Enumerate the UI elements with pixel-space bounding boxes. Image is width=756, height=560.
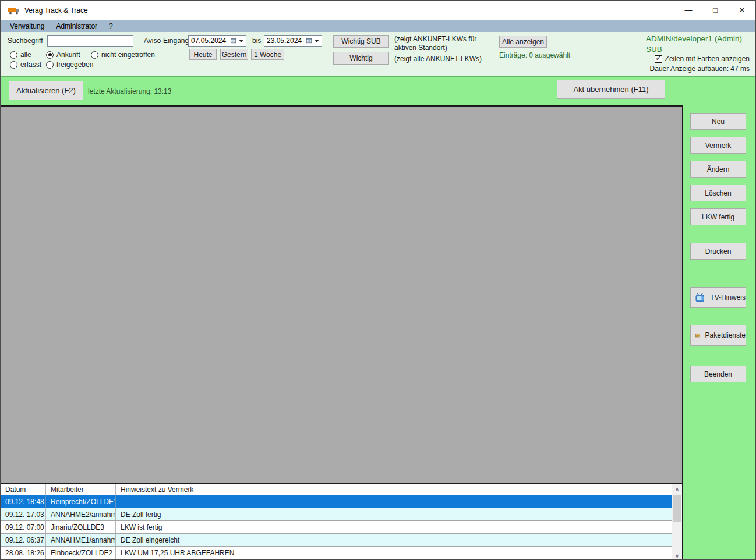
scroll-up-icon[interactable]: ∧ bbox=[672, 484, 682, 494]
cell-hinweis: DE Zoll eingereicht bbox=[116, 534, 672, 546]
date-to-input[interactable] bbox=[267, 37, 305, 45]
heute-button[interactable]: Heute bbox=[189, 49, 217, 60]
truck-icon bbox=[8, 6, 20, 15]
menu-help[interactable]: ? bbox=[103, 21, 119, 31]
table-row[interactable]: 09.12. 17:03 ANNAHME2/annahme2 DE Zoll f… bbox=[1, 508, 672, 521]
aviso-label: Aviso-Eingang bbox=[144, 37, 189, 45]
woche-button[interactable]: 1 Woche bbox=[251, 49, 284, 60]
radio-ankunft-label: Ankunft bbox=[56, 51, 80, 59]
col-header-mitarbeiter[interactable]: Mitarbeiter bbox=[46, 484, 116, 495]
calendar-icon bbox=[306, 37, 312, 44]
scroll-down-icon[interactable]: ∨ bbox=[672, 551, 682, 560]
neu-button[interactable]: Neu bbox=[690, 113, 746, 130]
radio-ankunft[interactable]: Ankunft bbox=[46, 51, 80, 59]
cell-datum: 09.12. 07:00 bbox=[1, 521, 46, 533]
content-area: Datum Mitarbeiter Hinweistext zu Vermerk… bbox=[1, 105, 755, 560]
aktualisieren-button[interactable]: Aktualisieren (F2) bbox=[9, 81, 83, 100]
drucken-button[interactable]: Drucken bbox=[690, 243, 746, 260]
radio-freigegeben-label: freigegeben bbox=[56, 61, 93, 69]
package-icon bbox=[695, 331, 701, 340]
filter-panel: Suchbegriff alle Ankunft nicht eingetrof… bbox=[1, 32, 755, 76]
wichtig-sub-button[interactable]: Wichtig SUB bbox=[333, 35, 389, 48]
table-row[interactable]: 09.12. 18:48 Reinprecht/ZOLLDE1 bbox=[1, 495, 672, 508]
radio-nicht-eingetroffen[interactable]: nicht eingetroffen bbox=[91, 51, 155, 59]
minimize-icon[interactable]: — bbox=[675, 1, 702, 20]
radio-erfasst[interactable]: erfasst bbox=[10, 61, 41, 69]
menu-bar: Verwaltung Administrator ? bbox=[1, 20, 755, 32]
date-from-input[interactable] bbox=[191, 37, 229, 45]
radio-ankunft-circle[interactable] bbox=[46, 51, 54, 59]
radio-erfasst-circle[interactable] bbox=[10, 61, 17, 69]
col-header-datum[interactable]: Datum bbox=[1, 484, 46, 495]
table-row[interactable]: 28.08. 18:26 Einboeck/ZOLLDE2 LKW UM 17,… bbox=[1, 547, 672, 559]
gestern-button[interactable]: Gestern bbox=[220, 49, 248, 60]
cell-hinweis: LKW UM 17,25 UHR ABGEFAHREN bbox=[116, 547, 672, 559]
sidebar: Neu Vermerk Ändern Löschen LKW fertig Dr… bbox=[683, 105, 755, 560]
farben-checkbox-row[interactable]: Zeilen mit Farben anzeigen bbox=[655, 55, 750, 63]
aendern-button[interactable]: Ändern bbox=[690, 161, 746, 178]
table-scrollbar[interactable]: ∧ ∨ bbox=[672, 484, 682, 560]
main-column: Datum Mitarbeiter Hinweistext zu Vermerk… bbox=[1, 105, 683, 560]
paketdienste-button[interactable]: Paketdienste bbox=[690, 325, 746, 346]
date-from-field[interactable] bbox=[188, 35, 246, 47]
radio-alle-circle[interactable] bbox=[10, 51, 17, 59]
table-row[interactable]: 09.12. 07:00 Jinariu/ZOLLDE3 LKW ist fer… bbox=[1, 521, 672, 534]
last-refresh-status: letzte Aktualisierung: 13:13 bbox=[88, 87, 171, 95]
eintraege-status: Einträge: 0 ausgewählt bbox=[499, 51, 570, 59]
action-bar: Aktualisieren (F2) letzte Aktualisierung… bbox=[1, 76, 755, 105]
cell-hinweis bbox=[116, 495, 672, 508]
table-row[interactable]: 09.12. 06:37 ANNAHME1/annahme1 DE Zoll e… bbox=[1, 534, 672, 547]
menu-administrator[interactable]: Administrator bbox=[50, 21, 103, 31]
menu-verwaltung[interactable]: Verwaltung bbox=[4, 21, 50, 31]
date-from-dropdown-icon[interactable] bbox=[239, 40, 243, 42]
cell-mitarbeiter: Einboeck/ZOLLDE2 bbox=[46, 547, 116, 559]
farben-checkbox-label: Zeilen mit Farben anzeigen bbox=[665, 55, 750, 63]
cell-datum: 09.12. 06:37 bbox=[1, 534, 46, 546]
cell-mitarbeiter: ANNAHME1/annahme1 bbox=[46, 534, 116, 546]
close-icon[interactable]: ✕ bbox=[729, 1, 755, 20]
vermerk-button[interactable]: Vermerk bbox=[690, 137, 746, 154]
beenden-button[interactable]: Beenden bbox=[690, 366, 746, 382]
col-header-hinweistext[interactable]: Hinweistext zu Vermerk bbox=[116, 484, 672, 495]
truck-list-area bbox=[1, 107, 682, 484]
cell-datum: 09.12. 18:48 bbox=[1, 495, 46, 508]
tv-hinweis-label: TV-Hinweis bbox=[710, 293, 746, 302]
tv-icon bbox=[695, 293, 705, 302]
loeschen-button[interactable]: Löschen bbox=[690, 185, 746, 201]
bis-label: bis bbox=[252, 37, 261, 45]
window-controls: — □ ✕ bbox=[675, 1, 755, 20]
radio-nicht-eingetroffen-circle[interactable] bbox=[91, 51, 98, 59]
vermerk-table: Datum Mitarbeiter Hinweistext zu Vermerk… bbox=[1, 484, 682, 560]
akt-uebernehmen-button[interactable]: Akt übernehmen (F11) bbox=[557, 80, 665, 99]
cell-hinweis: LKW ist fertig bbox=[116, 521, 672, 533]
radio-alle-label: alle bbox=[20, 51, 31, 59]
farben-checkbox[interactable] bbox=[655, 55, 662, 63]
radio-erfasst-label: erfasst bbox=[20, 61, 41, 69]
app-window: Verag Track & Trace — □ ✕ Verwaltung Adm… bbox=[0, 0, 756, 560]
alle-anzeigen-button[interactable]: Alle anzeigen bbox=[499, 36, 547, 48]
paketdienste-label: Paketdienste bbox=[705, 331, 746, 339]
wichtig-caption: (zeigt alle ANKUNFT-LKWs) bbox=[394, 55, 517, 63]
search-input[interactable] bbox=[47, 35, 133, 47]
dauer-status: Dauer Anzeige aufbauen: 47 ms bbox=[650, 65, 750, 73]
tv-hinweis-button[interactable]: TV-Hinweis bbox=[690, 287, 746, 308]
maximize-icon[interactable]: □ bbox=[702, 1, 729, 20]
calendar-icon bbox=[231, 37, 236, 44]
radio-freigegeben[interactable]: freigegeben bbox=[46, 61, 93, 69]
title-bar: Verag Track & Trace — □ ✕ bbox=[1, 1, 755, 20]
lkw-fertig-button[interactable]: LKW fertig bbox=[690, 208, 746, 225]
cell-hinweis: DE Zoll fertig bbox=[116, 508, 672, 520]
wichtig-button[interactable]: Wichtig bbox=[333, 52, 389, 65]
current-user: ADMIN/developer1 (Admin) SUB bbox=[646, 34, 742, 54]
date-to-dropdown-icon[interactable] bbox=[315, 40, 319, 42]
date-to-field[interactable] bbox=[264, 35, 322, 47]
cell-mitarbeiter: Reinprecht/ZOLLDE1 bbox=[46, 495, 116, 508]
cell-mitarbeiter: ANNAHME2/annahme2 bbox=[46, 508, 116, 520]
scrollbar-thumb[interactable] bbox=[673, 495, 681, 522]
radio-alle[interactable]: alle bbox=[10, 51, 31, 59]
current-user-line1: ADMIN/developer1 (Admin) bbox=[646, 34, 742, 44]
current-user-line2: SUB bbox=[646, 44, 742, 55]
radio-nicht-eingetroffen-label: nicht eingetroffen bbox=[101, 51, 155, 59]
radio-freigegeben-circle[interactable] bbox=[46, 61, 54, 69]
vermerk-grid: Datum Mitarbeiter Hinweistext zu Vermerk… bbox=[1, 484, 672, 560]
